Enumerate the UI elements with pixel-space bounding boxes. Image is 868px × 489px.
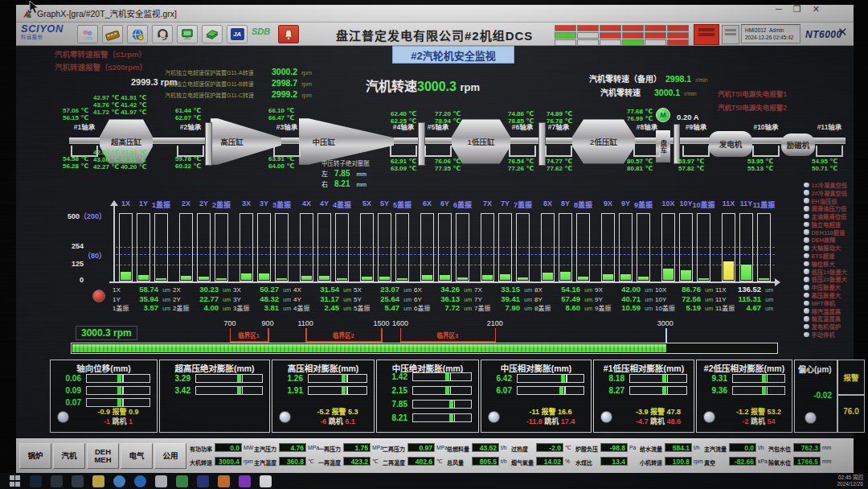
bar-label-1盖振: 1盖振 (152, 199, 170, 210)
bar-label-8盖振: 8盖振 (574, 199, 592, 210)
nav-button-1[interactable]: 锅炉 (19, 443, 51, 469)
nav-button-3[interactable]: DEHMEH (87, 443, 119, 469)
ja-icon[interactable]: JA (227, 25, 248, 43)
panel-status-lamp (805, 412, 817, 424)
nav-button-2[interactable]: 汽机 (53, 443, 85, 469)
vibration-bar-fill (138, 275, 149, 280)
book-icon[interactable] (202, 25, 223, 43)
mode-button[interactable] (722, 25, 739, 44)
minimize-icon[interactable]: ─ (776, 4, 782, 14)
sdb-icon[interactable]: SDB (252, 27, 270, 36)
alarm-lamp-icon (804, 229, 809, 235)
alarm-item-label: 低压2#胀差大 (812, 275, 848, 283)
vibration-bar-4X (300, 213, 313, 281)
alarm-grid-cell-11[interactable] (667, 32, 689, 39)
panel-row-marker (342, 375, 346, 382)
panel-row-marker (445, 387, 449, 394)
metric-value-r1c2: 4.76 (279, 443, 306, 452)
vib-point-label: 8X (534, 286, 555, 294)
panel-row-bar (308, 374, 367, 383)
panel-row-bar (195, 386, 263, 395)
bearing-7-temps-top: 74.89 ℃76.78 ℃ (547, 111, 595, 125)
alarm-bell-icon[interactable] (278, 25, 299, 43)
metric-unit-r1c8: t/h (694, 445, 700, 450)
app1-icon[interactable] (155, 475, 167, 487)
alarm-grid-cell-12[interactable] (555, 39, 576, 46)
app-close-icon[interactable]: ✕ (837, 25, 848, 39)
folder-icon[interactable] (92, 475, 104, 487)
globe-icon[interactable] (127, 25, 148, 43)
panel-row-marker (117, 375, 121, 382)
maximize-icon[interactable]: ❐ (793, 4, 801, 14)
vib-point-label: 11盖振 (715, 303, 739, 312)
app6-icon[interactable] (260, 475, 272, 487)
vib-table-cell-3X: 3X50.27um (233, 285, 291, 293)
metric-value-r2c2: 360.8 (279, 457, 306, 466)
bar-label-8Y: 8Y (561, 199, 570, 208)
alarm-lamp-icon (804, 261, 809, 267)
alarm-grid-cell-2[interactable] (600, 25, 621, 31)
alarm-grid-cell-9[interactable] (622, 32, 644, 39)
panel-1: 轴向位移(mm)0.060.090.07-0.9 报警 0.9-1 跳机 1 (50, 360, 158, 433)
alarm-grid-cell-6[interactable] (555, 32, 576, 39)
panel-row-marker (117, 399, 121, 406)
speed-tick-label-1100: 1100 (297, 319, 313, 327)
browser-icon[interactable] (113, 475, 125, 487)
app2-icon[interactable] (176, 475, 188, 487)
metric-label-r2c5: 总风量 (447, 458, 464, 466)
alarm-grid-cell-1[interactable] (577, 25, 599, 31)
alarm-item-label: 发电机保护 (812, 323, 841, 331)
alarm-grid-cell-15[interactable] (622, 39, 644, 46)
alarm-grid-cell-8[interactable] (600, 32, 621, 39)
panel-row-value: 0.06 (52, 374, 81, 383)
monitor-icon[interactable] (177, 25, 198, 43)
edge-icon[interactable] (134, 475, 146, 487)
alarm-grid-cell-14[interactable] (600, 39, 621, 46)
keyboard-icon[interactable] (102, 25, 123, 43)
vibration-bar-7盖振 (516, 213, 530, 281)
vib-table-cell-5X: 5X23.07um (354, 285, 411, 293)
vib-point-unit: um (158, 287, 170, 293)
vib-point-unit: um (158, 306, 170, 311)
search-icon[interactable] (30, 475, 42, 487)
start-icon[interactable] (9, 475, 21, 487)
file-explorer-icon[interactable] (72, 475, 84, 487)
task-view-icon[interactable] (51, 475, 63, 487)
bearing-4-temps-bottom: 62.91 ℃63.09 ℃ (391, 158, 439, 172)
bearing-3-temps-bottom: 63.91 ℃64.00 ℃ (268, 156, 317, 170)
alarm-lamp-icon (804, 237, 809, 243)
taskbar-clock[interactable]: 02:45 周四 2024/12/26 (837, 475, 863, 487)
alarm-grid-cell-4[interactable] (645, 25, 666, 31)
panel-row-tick (122, 387, 124, 394)
panel-row-bar (732, 374, 785, 383)
panel-row-value: 0.07 (52, 398, 81, 407)
app5-icon[interactable] (239, 475, 251, 487)
vib-point-value: 22.77 (194, 294, 219, 303)
nav-button-5[interactable]: 公用 (154, 443, 186, 469)
turbine-alarm-button[interactable] (694, 24, 719, 45)
alarm-grid-cell-16[interactable] (645, 39, 666, 46)
alarm-grid-cell-13[interactable] (577, 39, 599, 46)
alarm-grid-cell-10[interactable] (645, 32, 666, 39)
vib-point-unit: um (520, 287, 532, 293)
metric-unit-r2c1: rpm (244, 458, 253, 464)
panel-status-lamp (488, 411, 500, 423)
alarm-grid-cell-7[interactable] (577, 32, 599, 39)
nav-button-4[interactable]: 电气 (121, 443, 153, 469)
app3-icon[interactable] (197, 475, 209, 487)
headset-icon[interactable] (152, 25, 173, 43)
users-icon[interactable] (77, 25, 98, 43)
panel-row-value: 6.07 (483, 386, 512, 395)
panel-row-tick (564, 387, 566, 394)
alarm-summary-grid (555, 25, 689, 46)
bearing-5-temps-top: 77.20 ℃78.94 ℃ (435, 111, 483, 125)
app4-icon[interactable] (218, 475, 230, 487)
vibration-bar-fill (518, 277, 528, 280)
ytick-0: 0 (48, 276, 84, 284)
close-icon[interactable]: ✕ (813, 4, 820, 14)
panel-row-marker (449, 414, 453, 421)
alarm-grid-cell-3[interactable] (622, 25, 644, 31)
alarm-grid-cell-0[interactable] (555, 25, 576, 31)
alarm-grid-cell-5[interactable] (667, 25, 689, 31)
alarm-grid-cell-17[interactable] (667, 39, 689, 46)
